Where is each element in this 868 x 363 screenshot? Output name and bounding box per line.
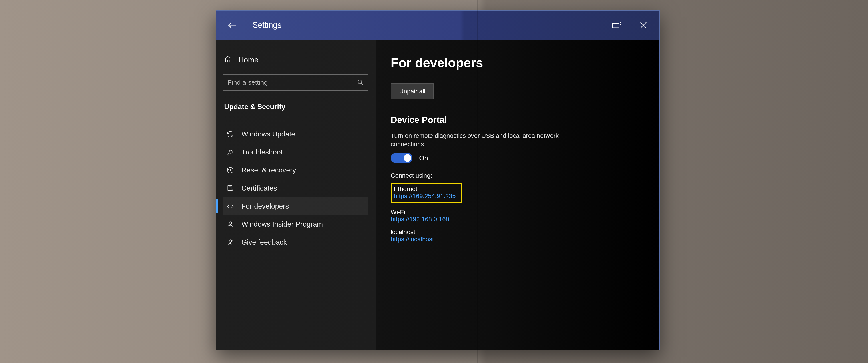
- connection-wifi: Wi-Fi https://192.168.0.168: [391, 208, 644, 223]
- unpair-all-button[interactable]: Unpair all: [391, 84, 434, 99]
- connection-link-localhost[interactable]: https://localhost: [391, 236, 644, 243]
- close-button[interactable]: [636, 18, 651, 32]
- sidebar-item-label: Certificates: [242, 184, 277, 192]
- sidebar-section-label: Update & Security: [223, 103, 368, 111]
- device-portal-heading: Device Portal: [391, 115, 644, 125]
- device-portal-description: Turn on remote diagnostics over USB and …: [391, 132, 586, 148]
- sidebar-item-label: Troubleshoot: [242, 148, 283, 156]
- toggle-knob: [404, 154, 411, 162]
- sidebar-item-label: Windows Insider Program: [242, 220, 323, 228]
- device-portal-toggle[interactable]: [391, 153, 412, 163]
- follow-me-button[interactable]: [609, 18, 623, 32]
- device-portal-toggle-row: On: [391, 153, 644, 163]
- sidebar-item-insider-program[interactable]: Windows Insider Program: [223, 215, 368, 233]
- insider-icon: [226, 221, 235, 228]
- sidebar-item-for-developers[interactable]: For developers: [223, 197, 368, 215]
- sidebar-item-troubleshoot[interactable]: Troubleshoot: [223, 143, 368, 161]
- sidebar-home[interactable]: Home: [223, 53, 368, 67]
- sidebar-item-certificates[interactable]: Certificates: [223, 179, 368, 197]
- sidebar: Home Find a setting Update & Security Wi…: [216, 40, 375, 350]
- developers-icon: [226, 202, 235, 210]
- svg-point-3: [229, 222, 231, 224]
- main-panel: For developers Unpair all Device Portal …: [375, 40, 659, 350]
- connection-link-ethernet[interactable]: https://169.254.91.235: [394, 193, 456, 200]
- close-icon: [639, 20, 648, 30]
- sidebar-home-label: Home: [238, 56, 258, 64]
- titlebar: Settings: [216, 11, 659, 40]
- history-icon: [226, 166, 235, 174]
- home-icon: [224, 55, 232, 64]
- sidebar-item-label: For developers: [242, 202, 289, 210]
- window-body: Home Find a setting Update & Security Wi…: [216, 40, 659, 350]
- wrench-icon: [226, 148, 235, 156]
- toggle-state-label: On: [419, 154, 428, 162]
- sidebar-item-give-feedback[interactable]: Give feedback: [223, 233, 368, 251]
- sidebar-nav: Windows Update Troubleshoot Reset & reco…: [223, 125, 368, 251]
- back-button[interactable]: [225, 18, 239, 32]
- search-placeholder: Find a setting: [228, 79, 357, 86]
- sidebar-item-windows-update[interactable]: Windows Update: [223, 125, 368, 143]
- connection-localhost: localhost https://localhost: [391, 229, 644, 243]
- page-heading: For developers: [391, 55, 644, 70]
- sidebar-item-label: Windows Update: [242, 130, 295, 138]
- sidebar-item-reset-recovery[interactable]: Reset & recovery: [223, 161, 368, 179]
- svg-point-0: [358, 80, 362, 84]
- connect-using-label: Connect using:: [391, 172, 644, 179]
- sync-icon: [226, 130, 235, 138]
- window-follow-icon: [611, 20, 621, 30]
- connection-name: Wi-Fi: [391, 208, 644, 216]
- certificate-icon: [226, 185, 235, 192]
- svg-point-4: [229, 240, 231, 242]
- back-arrow-icon: [227, 20, 238, 30]
- connection-name: Ethernet: [394, 186, 456, 193]
- settings-window: Settings Home Find a setting Upd: [216, 10, 660, 350]
- sidebar-item-label: Give feedback: [242, 238, 287, 246]
- window-title: Settings: [253, 21, 609, 30]
- connection-link-wifi[interactable]: https://192.168.0.168: [391, 216, 644, 223]
- connection-name: localhost: [391, 229, 644, 236]
- sidebar-item-label: Reset & recovery: [242, 166, 296, 174]
- window-controls: [609, 18, 651, 32]
- search-input[interactable]: Find a setting: [223, 74, 368, 91]
- connection-ethernet: Ethernet https://169.254.91.235: [391, 183, 462, 203]
- search-icon: [357, 79, 364, 86]
- feedback-icon: [226, 238, 235, 246]
